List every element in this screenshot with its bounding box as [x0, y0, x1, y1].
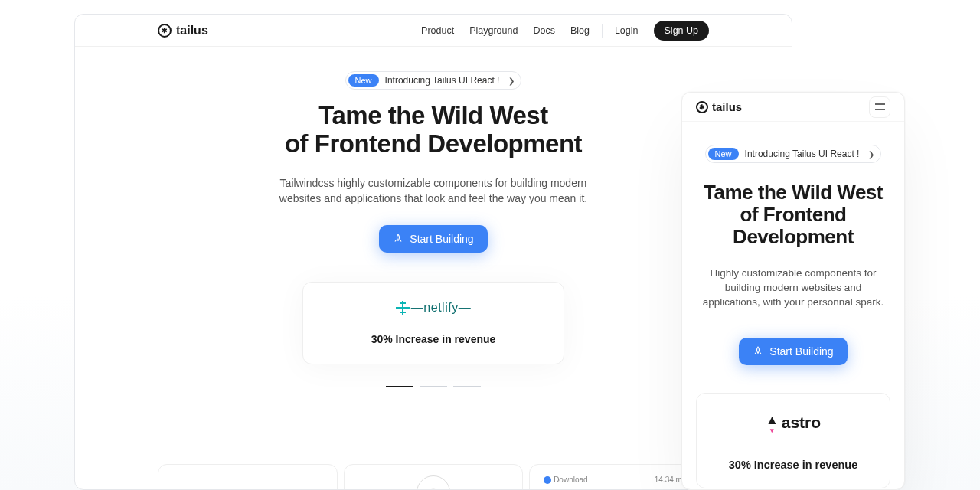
chevron-right-icon: ❯: [508, 77, 514, 85]
brand-name: tailus: [176, 24, 208, 38]
nav-product[interactable]: Product: [421, 25, 454, 36]
announcement-text: Introducing Tailus UI React !: [745, 149, 860, 159]
feature-card-2: [344, 464, 524, 491]
nav-docs[interactable]: Docs: [533, 25, 554, 36]
astro-logo-text: astro: [782, 413, 821, 432]
download-label: Download: [554, 475, 587, 484]
download-dot-icon: [544, 476, 551, 484]
netlify-mark-icon: [396, 301, 410, 315]
mobile-hero: New Introducing Tailus UI React ! ❯ Tame…: [682, 122, 904, 365]
astro-mark-icon: ▲: [766, 413, 779, 427]
carousel-indicators: [386, 386, 481, 387]
indicator-2[interactable]: [420, 386, 447, 387]
hero-title-line2: of Frontend Development: [285, 130, 582, 158]
rocket-icon: [753, 346, 763, 357]
mobile-brand-name: tailus: [712, 100, 742, 113]
new-badge: New: [348, 74, 379, 87]
rocket-icon: [393, 234, 403, 244]
announcement-pill[interactable]: New Introducing Tailus UI React ! ❯: [345, 71, 522, 90]
hero-subtitle: Tailwindcss highly customizable componen…: [265, 175, 602, 207]
mobile-title-line1: Tame the Wild West: [696, 181, 890, 204]
signup-button[interactable]: Sign Up: [654, 21, 709, 41]
testimonial-stat: 30% Increase in revenue: [371, 333, 496, 345]
desktop-nav: Product Playground Docs Blog Login Sign …: [421, 21, 709, 41]
brand-logo[interactable]: tailus: [158, 24, 208, 38]
mobile-title-line2: of Frontend Development: [696, 204, 890, 248]
nav-blog[interactable]: Blog: [570, 25, 590, 36]
hero-title: Tame the Wild West of Frontend Developme…: [285, 102, 582, 158]
nav-login[interactable]: Login: [615, 25, 639, 36]
netlify-logo-text: netlify: [423, 301, 458, 315]
mobile-testimonial-stat: 30% Increase in revenue: [729, 459, 858, 471]
hero-title-line1: Tame the Wild West: [285, 102, 582, 130]
astro-logo: ▲ ▾ astro: [766, 410, 821, 434]
cta-label: Start Building: [410, 233, 473, 245]
astro-flame-icon: ▾: [766, 426, 779, 434]
logo-icon: [696, 101, 708, 113]
hamburger-menu-button[interactable]: [869, 96, 890, 118]
nav-divider: [602, 24, 603, 38]
wifi-icon: [416, 475, 450, 491]
mobile-hero-title: Tame the Wild West of Frontend Developme…: [696, 181, 890, 248]
indicator-1[interactable]: [386, 386, 413, 387]
mobile-announcement-pill[interactable]: New Introducing Tailus UI React ! ❯: [705, 145, 882, 163]
netlify-logo: —netlify—: [396, 301, 471, 315]
announcement-text: Introducing Tailus UI React !: [385, 75, 500, 86]
cta-label: Start Building: [769, 345, 833, 358]
indicator-3[interactable]: [453, 386, 481, 387]
mobile-header: tailus: [682, 93, 904, 122]
mobile-hero-subtitle: Highly customizable components for build…: [697, 266, 889, 310]
chevron-right-icon: ❯: [868, 150, 874, 158]
mobile-brand-logo[interactable]: tailus: [696, 100, 742, 113]
feature-card-1: [158, 464, 338, 491]
mobile-start-building-button[interactable]: Start Building: [739, 338, 847, 365]
nav-playground[interactable]: Playground: [469, 25, 518, 36]
mobile-preview-frame: tailus New Introducing Tailus UI React !…: [681, 92, 905, 490]
new-badge: New: [708, 148, 739, 160]
desktop-header: tailus Product Playground Docs Blog Logi…: [75, 15, 792, 47]
start-building-button[interactable]: Start Building: [379, 225, 487, 253]
logo-icon: [158, 24, 172, 38]
testimonial-card: —netlify— 30% Increase in revenue: [302, 282, 564, 364]
mobile-testimonial-card: ▲ ▾ astro 30% Increase in revenue: [696, 393, 890, 488]
hamburger-icon: [875, 103, 885, 110]
